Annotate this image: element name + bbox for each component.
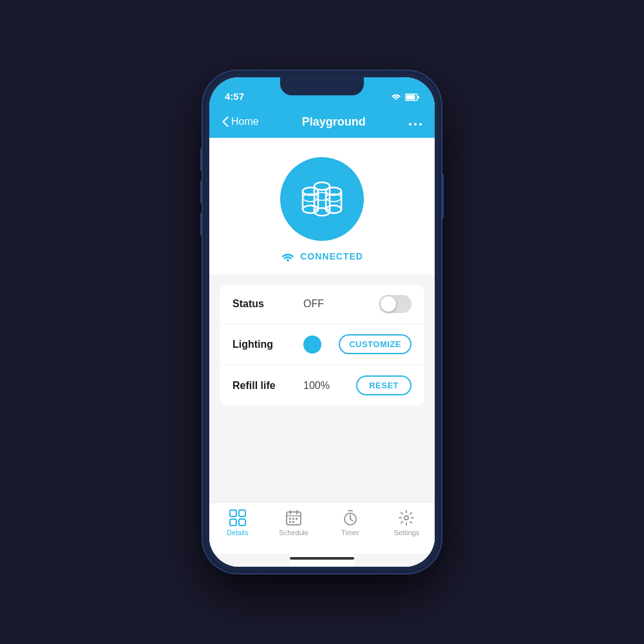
volume-down-button: [200, 213, 203, 236]
tab-schedule-label: Schedule: [279, 529, 308, 536]
volume-up-button: [200, 180, 203, 204]
volume-silent-button: [200, 148, 203, 171]
svg-rect-23: [239, 510, 245, 516]
navigation-bar: Home Playground: [209, 106, 435, 138]
refill-value: 100%: [303, 380, 356, 392]
home-bar: [290, 557, 354, 560]
back-button[interactable]: Home: [222, 116, 259, 128]
svg-point-5: [419, 123, 422, 126]
lighting-label: Lighting: [232, 339, 297, 350]
svg-rect-33: [289, 521, 291, 523]
tab-details-label: Details: [227, 529, 249, 536]
svg-rect-22: [230, 510, 236, 516]
svg-point-20: [314, 193, 330, 200]
svg-point-39: [404, 516, 408, 520]
lighting-color-dot[interactable]: [303, 336, 321, 354]
tab-timer[interactable]: Timer: [322, 509, 379, 536]
more-button[interactable]: [409, 113, 422, 130]
svg-rect-24: [230, 519, 236, 526]
settings-section: Status OFF Lighting CUSTOMIZE: [220, 285, 424, 406]
status-icons: [391, 92, 419, 102]
refill-label: Refill life: [232, 380, 297, 392]
phone-frame: 4:57: [203, 71, 441, 573]
reset-button-container: RESET: [356, 375, 412, 395]
svg-rect-1: [406, 95, 415, 99]
reset-button[interactable]: RESET: [356, 375, 412, 395]
status-value: OFF: [303, 298, 379, 310]
status-toggle-container: [379, 295, 412, 313]
toggle-thumb: [381, 296, 396, 312]
lighting-row: Lighting CUSTOMIZE: [220, 324, 424, 365]
power-button: [441, 174, 444, 219]
connected-status: CONNECTED: [281, 251, 363, 261]
customize-button-container: CUSTOMIZE: [339, 334, 412, 354]
svg-point-4: [414, 123, 417, 126]
svg-rect-34: [292, 521, 294, 523]
notch: [280, 77, 364, 95]
phone-screen: 4:57: [209, 77, 435, 567]
svg-point-3: [409, 123, 412, 126]
connected-label: CONNECTED: [300, 251, 363, 261]
refill-row: Refill life 100% RESET: [220, 365, 424, 406]
page-title: Playground: [302, 115, 366, 129]
status-label: Status: [232, 298, 297, 310]
device-icon-circle: [280, 157, 364, 241]
back-label: Home: [231, 116, 259, 128]
svg-rect-32: [296, 518, 298, 520]
battery-status-icon: [405, 93, 419, 101]
tab-schedule[interactable]: Schedule: [266, 509, 323, 536]
tab-settings-label: Settings: [393, 529, 419, 536]
home-indicator: [290, 554, 354, 567]
tab-settings[interactable]: Settings: [379, 509, 435, 536]
svg-rect-25: [239, 519, 245, 526]
svg-rect-31: [292, 518, 294, 520]
svg-line-37: [350, 519, 353, 521]
status-time: 4:57: [225, 91, 244, 102]
device-section: CONNECTED: [209, 138, 435, 274]
status-row: Status OFF: [220, 285, 424, 324]
svg-rect-2: [418, 96, 419, 99]
main-content: CONNECTED Status OFF Lighting: [209, 138, 435, 567]
status-toggle[interactable]: [379, 295, 412, 313]
customize-button[interactable]: CUSTOMIZE: [339, 334, 412, 354]
tab-timer-label: Timer: [341, 529, 359, 536]
svg-rect-30: [289, 518, 291, 520]
wifi-status-icon: [391, 92, 401, 102]
tab-details[interactable]: Details: [209, 509, 266, 536]
tab-bar: Details Schedule: [209, 502, 435, 554]
